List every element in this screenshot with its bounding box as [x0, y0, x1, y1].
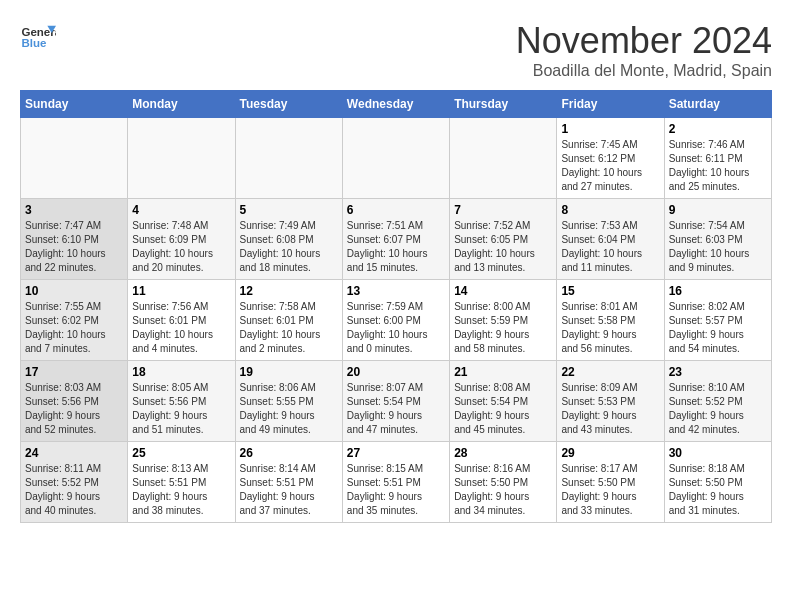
day-number: 20 [347, 365, 445, 379]
day-info: Sunrise: 7:49 AM Sunset: 6:08 PM Dayligh… [240, 219, 338, 275]
day-info: Sunrise: 8:05 AM Sunset: 5:56 PM Dayligh… [132, 381, 230, 437]
day-number: 19 [240, 365, 338, 379]
calendar-day-cell: 20Sunrise: 8:07 AM Sunset: 5:54 PM Dayli… [342, 361, 449, 442]
calendar-day-cell: 11Sunrise: 7:56 AM Sunset: 6:01 PM Dayli… [128, 280, 235, 361]
calendar-day-cell: 25Sunrise: 8:13 AM Sunset: 5:51 PM Dayli… [128, 442, 235, 523]
weekday-header: Thursday [450, 91, 557, 118]
calendar-day-cell: 14Sunrise: 8:00 AM Sunset: 5:59 PM Dayli… [450, 280, 557, 361]
day-number: 1 [561, 122, 659, 136]
calendar-day-cell: 30Sunrise: 8:18 AM Sunset: 5:50 PM Dayli… [664, 442, 771, 523]
calendar-day-cell: 22Sunrise: 8:09 AM Sunset: 5:53 PM Dayli… [557, 361, 664, 442]
calendar-week-row: 10Sunrise: 7:55 AM Sunset: 6:02 PM Dayli… [21, 280, 772, 361]
day-number: 27 [347, 446, 445, 460]
day-number: 7 [454, 203, 552, 217]
location: Boadilla del Monte, Madrid, Spain [516, 62, 772, 80]
day-info: Sunrise: 7:55 AM Sunset: 6:02 PM Dayligh… [25, 300, 123, 356]
day-number: 17 [25, 365, 123, 379]
day-info: Sunrise: 7:59 AM Sunset: 6:00 PM Dayligh… [347, 300, 445, 356]
weekday-header: Sunday [21, 91, 128, 118]
day-info: Sunrise: 8:09 AM Sunset: 5:53 PM Dayligh… [561, 381, 659, 437]
weekday-header: Saturday [664, 91, 771, 118]
calendar-day-cell: 7Sunrise: 7:52 AM Sunset: 6:05 PM Daylig… [450, 199, 557, 280]
day-info: Sunrise: 8:15 AM Sunset: 5:51 PM Dayligh… [347, 462, 445, 518]
calendar-day-cell: 16Sunrise: 8:02 AM Sunset: 5:57 PM Dayli… [664, 280, 771, 361]
day-info: Sunrise: 8:01 AM Sunset: 5:58 PM Dayligh… [561, 300, 659, 356]
calendar-day-cell: 8Sunrise: 7:53 AM Sunset: 6:04 PM Daylig… [557, 199, 664, 280]
day-number: 5 [240, 203, 338, 217]
calendar-day-cell: 5Sunrise: 7:49 AM Sunset: 6:08 PM Daylig… [235, 199, 342, 280]
day-number: 28 [454, 446, 552, 460]
calendar-day-cell [235, 118, 342, 199]
day-number: 4 [132, 203, 230, 217]
day-info: Sunrise: 8:02 AM Sunset: 5:57 PM Dayligh… [669, 300, 767, 356]
day-info: Sunrise: 8:06 AM Sunset: 5:55 PM Dayligh… [240, 381, 338, 437]
calendar-day-cell [450, 118, 557, 199]
calendar-day-cell: 18Sunrise: 8:05 AM Sunset: 5:56 PM Dayli… [128, 361, 235, 442]
day-info: Sunrise: 7:54 AM Sunset: 6:03 PM Dayligh… [669, 219, 767, 275]
day-number: 13 [347, 284, 445, 298]
page-header: General Blue November 2024 Boadilla del … [20, 20, 772, 80]
calendar-day-cell: 28Sunrise: 8:16 AM Sunset: 5:50 PM Dayli… [450, 442, 557, 523]
calendar-day-cell [128, 118, 235, 199]
calendar-day-cell: 21Sunrise: 8:08 AM Sunset: 5:54 PM Dayli… [450, 361, 557, 442]
logo: General Blue [20, 20, 56, 56]
calendar-week-row: 17Sunrise: 8:03 AM Sunset: 5:56 PM Dayli… [21, 361, 772, 442]
month-title: November 2024 [516, 20, 772, 62]
day-info: Sunrise: 7:45 AM Sunset: 6:12 PM Dayligh… [561, 138, 659, 194]
day-info: Sunrise: 7:48 AM Sunset: 6:09 PM Dayligh… [132, 219, 230, 275]
calendar-day-cell [342, 118, 449, 199]
day-number: 8 [561, 203, 659, 217]
day-number: 23 [669, 365, 767, 379]
calendar-week-row: 3Sunrise: 7:47 AM Sunset: 6:10 PM Daylig… [21, 199, 772, 280]
day-number: 12 [240, 284, 338, 298]
day-number: 2 [669, 122, 767, 136]
day-number: 9 [669, 203, 767, 217]
svg-text:Blue: Blue [21, 37, 47, 49]
day-info: Sunrise: 8:11 AM Sunset: 5:52 PM Dayligh… [25, 462, 123, 518]
day-number: 24 [25, 446, 123, 460]
day-info: Sunrise: 7:56 AM Sunset: 6:01 PM Dayligh… [132, 300, 230, 356]
calendar-day-cell: 10Sunrise: 7:55 AM Sunset: 6:02 PM Dayli… [21, 280, 128, 361]
calendar-day-cell: 26Sunrise: 8:14 AM Sunset: 5:51 PM Dayli… [235, 442, 342, 523]
calendar-day-cell: 29Sunrise: 8:17 AM Sunset: 5:50 PM Dayli… [557, 442, 664, 523]
calendar-day-cell: 3Sunrise: 7:47 AM Sunset: 6:10 PM Daylig… [21, 199, 128, 280]
calendar-day-cell: 23Sunrise: 8:10 AM Sunset: 5:52 PM Dayli… [664, 361, 771, 442]
calendar-day-cell: 15Sunrise: 8:01 AM Sunset: 5:58 PM Dayli… [557, 280, 664, 361]
day-info: Sunrise: 7:46 AM Sunset: 6:11 PM Dayligh… [669, 138, 767, 194]
calendar-day-cell: 27Sunrise: 8:15 AM Sunset: 5:51 PM Dayli… [342, 442, 449, 523]
day-number: 21 [454, 365, 552, 379]
calendar-day-cell [21, 118, 128, 199]
day-info: Sunrise: 7:53 AM Sunset: 6:04 PM Dayligh… [561, 219, 659, 275]
title-section: November 2024 Boadilla del Monte, Madrid… [516, 20, 772, 80]
calendar-day-cell: 12Sunrise: 7:58 AM Sunset: 6:01 PM Dayli… [235, 280, 342, 361]
weekday-header: Monday [128, 91, 235, 118]
day-number: 26 [240, 446, 338, 460]
calendar-day-cell: 19Sunrise: 8:06 AM Sunset: 5:55 PM Dayli… [235, 361, 342, 442]
calendar-day-cell: 6Sunrise: 7:51 AM Sunset: 6:07 PM Daylig… [342, 199, 449, 280]
day-number: 15 [561, 284, 659, 298]
calendar-week-row: 24Sunrise: 8:11 AM Sunset: 5:52 PM Dayli… [21, 442, 772, 523]
day-number: 22 [561, 365, 659, 379]
day-info: Sunrise: 8:16 AM Sunset: 5:50 PM Dayligh… [454, 462, 552, 518]
calendar-header-row: SundayMondayTuesdayWednesdayThursdayFrid… [21, 91, 772, 118]
day-number: 30 [669, 446, 767, 460]
day-number: 10 [25, 284, 123, 298]
calendar-day-cell: 1Sunrise: 7:45 AM Sunset: 6:12 PM Daylig… [557, 118, 664, 199]
day-info: Sunrise: 8:14 AM Sunset: 5:51 PM Dayligh… [240, 462, 338, 518]
day-info: Sunrise: 8:17 AM Sunset: 5:50 PM Dayligh… [561, 462, 659, 518]
day-number: 14 [454, 284, 552, 298]
day-number: 18 [132, 365, 230, 379]
calendar-week-row: 1Sunrise: 7:45 AM Sunset: 6:12 PM Daylig… [21, 118, 772, 199]
calendar-day-cell: 9Sunrise: 7:54 AM Sunset: 6:03 PM Daylig… [664, 199, 771, 280]
weekday-header: Tuesday [235, 91, 342, 118]
day-number: 25 [132, 446, 230, 460]
day-info: Sunrise: 7:47 AM Sunset: 6:10 PM Dayligh… [25, 219, 123, 275]
weekday-header: Wednesday [342, 91, 449, 118]
logo-icon: General Blue [20, 20, 56, 56]
day-info: Sunrise: 7:51 AM Sunset: 6:07 PM Dayligh… [347, 219, 445, 275]
day-number: 3 [25, 203, 123, 217]
day-info: Sunrise: 8:18 AM Sunset: 5:50 PM Dayligh… [669, 462, 767, 518]
day-number: 11 [132, 284, 230, 298]
day-info: Sunrise: 8:10 AM Sunset: 5:52 PM Dayligh… [669, 381, 767, 437]
calendar-day-cell: 4Sunrise: 7:48 AM Sunset: 6:09 PM Daylig… [128, 199, 235, 280]
